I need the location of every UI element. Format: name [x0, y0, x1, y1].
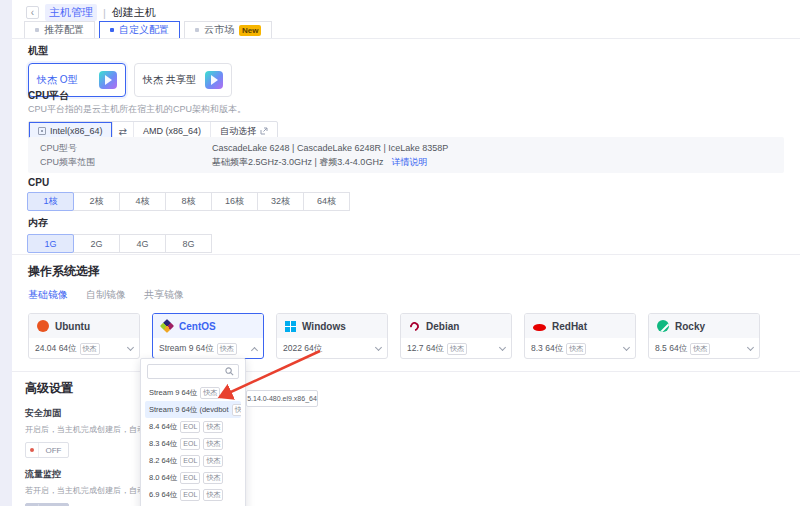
breadcrumb-separator: |	[103, 7, 106, 19]
chevron-icon	[375, 344, 382, 351]
os-name: CentOS	[179, 321, 216, 332]
cpu-core-option[interactable]: 2核	[73, 192, 120, 211]
advanced-settings-section: 高级设置 安全加固 开启后，当主机完成创建后，自动免费安装… OFF 流量监控 …	[25, 380, 140, 506]
os-card[interactable]: Rocky 8.5 64位 快杰	[648, 313, 760, 359]
config-tab[interactable]: 自定义配置	[99, 21, 180, 38]
version-option-label: 8.3 64位	[149, 439, 177, 449]
search-icon	[225, 367, 234, 376]
cpu-info-box: CPU型号 CascadeLake 6248 | CascadeLake 624…	[28, 137, 784, 173]
os-version-select[interactable]: 24.04 64位 快杰	[29, 338, 139, 359]
memory-option[interactable]: 8G	[165, 234, 212, 253]
version-tag: 快杰	[203, 421, 223, 433]
version-tag: EOL	[180, 489, 200, 501]
security-toggle-state: OFF	[39, 446, 68, 455]
os-tab[interactable]: 自制镜像	[86, 288, 126, 304]
memory-section: 内存 1G 2G 4G 8G	[28, 216, 212, 253]
cpu-core-option[interactable]: 1核	[27, 192, 74, 211]
os-version: 24.04 64位	[35, 343, 77, 355]
memory-option[interactable]: 4G	[119, 234, 166, 253]
cpu-core-option[interactable]: 32核	[257, 192, 304, 211]
version-search-input[interactable]	[152, 367, 222, 376]
machine-type-label: 机型	[28, 44, 232, 58]
memory-option[interactable]: 1G	[27, 234, 74, 253]
os-card[interactable]: RedHat 8.3 64位 快杰	[524, 313, 636, 359]
version-option-label: 8.4 64位	[149, 422, 177, 432]
version-option-label: Stream 9 64位 (devdbot	[149, 405, 229, 415]
cpu-core-option[interactable]: 64核	[303, 192, 350, 211]
os-card[interactable]: CentOS Stream 9 64位 快杰	[152, 313, 264, 359]
os-card[interactable]: Windows 2022 64位	[276, 313, 388, 359]
tab-bullet-icon	[195, 28, 199, 32]
version-option[interactable]: 8.3 64位 EOL 快杰	[145, 435, 241, 452]
cpu-platform-label: CPU平台	[28, 89, 278, 103]
config-tabs: 推荐配置 自定义配置 云市场 New	[24, 21, 272, 38]
tab-label: 云市场	[204, 23, 234, 37]
os-name: Rocky	[675, 321, 705, 332]
version-tag: EOL	[180, 438, 200, 450]
version-tag: 快杰	[232, 404, 241, 416]
breadcrumb-section[interactable]: 主机管理	[45, 4, 97, 21]
tab-label: 推荐配置	[44, 23, 84, 37]
page-title: 创建主机	[112, 5, 156, 20]
version-option-list: Stream 9 64位 快杰 Stream 9 64位 (devdbot 快杰…	[145, 384, 241, 506]
os-section-title: 操作系统选择	[28, 263, 760, 280]
cpu-platform-section: CPU平台 CPU平台指的是云主机所在宿主机的CPU架构和版本。 Intel(x…	[28, 89, 278, 141]
version-tag: 快杰	[203, 489, 223, 501]
os-tab[interactable]: 共享镜像	[144, 288, 184, 304]
kuaijie-tag: 快杰	[690, 343, 710, 355]
memory-options: 1G 2G 4G 8G	[28, 234, 212, 253]
os-cards: Ubuntu 24.04 64位 快杰 CentOS Stream 9 64位 …	[28, 313, 760, 359]
tab-label: 自定义配置	[119, 23, 169, 37]
version-option-label: 8.0 64位	[149, 473, 177, 483]
version-option[interactable]: 8.0 64位 EOL 快杰	[145, 469, 241, 486]
cpu-model-label: CPU型号	[40, 141, 212, 155]
chevron-icon	[499, 344, 506, 351]
cpu-freq-detail-link[interactable]: 详情说明	[391, 155, 427, 169]
version-search-box[interactable]	[147, 364, 239, 379]
breadcrumb: ‹ 主机管理 | 创建主机	[26, 4, 156, 21]
os-version-select[interactable]: Stream 9 64位 快杰	[153, 338, 263, 359]
tab-bullet-icon	[35, 28, 39, 32]
os-section: 操作系统选择 基础镜像 自制镜像 共享镜像 Ubuntu 24.04 64位 快…	[28, 263, 760, 359]
toggle-knob-icon	[30, 448, 34, 452]
os-version: 8.3 64位	[531, 343, 563, 355]
version-tag: EOL	[180, 472, 200, 484]
machine-type-icon	[205, 71, 223, 89]
os-version-select[interactable]: 8.3 64位 快杰	[525, 338, 635, 359]
os-tab[interactable]: 基础镜像	[28, 288, 68, 304]
version-option[interactable]: 6.9 64位 EOL 快杰	[145, 486, 241, 503]
cpu-core-option[interactable]: 8核	[165, 192, 212, 211]
cpu-freq-value: 基础频率2.5GHz-3.0GHz | 睿频3.4-4.0GHz	[212, 155, 383, 169]
version-tag: EOL	[180, 421, 200, 433]
version-option[interactable]: Stream 9 64位 (devdbot 快杰	[145, 401, 241, 418]
kuaijie-tag: 快杰	[217, 343, 237, 355]
os-version-select[interactable]: 12.7 64位 快杰	[401, 338, 511, 359]
kuaijie-tag: 快杰	[80, 343, 100, 355]
left-margin-strip	[0, 0, 12, 506]
memory-option[interactable]: 2G	[73, 234, 120, 253]
version-option[interactable]: 8.4 64位 EOL 快杰	[145, 418, 241, 435]
version-option[interactable]: Stream 9 64位 快杰	[145, 384, 241, 401]
cpu-platform-description: CPU平台指的是云主机所在宿主机的CPU架构和版本。	[28, 103, 278, 116]
version-option[interactable]: 8.2 64位 EOL 快杰	[145, 452, 241, 469]
version-option-label: Stream 9 64位	[149, 388, 197, 398]
cpu-core-option[interactable]: 16核	[211, 192, 258, 211]
os-logo-icon	[285, 321, 296, 332]
os-card[interactable]: Debian 12.7 64位 快杰	[400, 313, 512, 359]
os-name: RedHat	[552, 321, 587, 332]
os-version: 8.5 64位	[655, 343, 687, 355]
traffic-monitor-label: 流量监控	[25, 468, 140, 481]
config-tab[interactable]: 推荐配置	[24, 21, 95, 38]
security-toggle[interactable]: OFF	[25, 442, 69, 458]
os-logo-icon	[408, 320, 421, 333]
os-version: Stream 9 64位	[159, 343, 214, 355]
cpu-model-value: CascadeLake 6248 | CascadeLake 6248R | I…	[212, 141, 448, 155]
os-card[interactable]: Ubuntu 24.04 64位 快杰	[28, 313, 140, 359]
os-version-select[interactable]: 2022 64位	[277, 338, 387, 359]
cpu-core-option[interactable]: 4核	[119, 192, 166, 211]
config-tab[interactable]: 云市场 New	[184, 21, 272, 38]
os-name: Ubuntu	[55, 321, 90, 332]
os-version-select[interactable]: 8.5 64位 快杰	[649, 338, 759, 359]
back-icon[interactable]: ‹	[26, 6, 39, 19]
new-badge: New	[239, 25, 261, 36]
